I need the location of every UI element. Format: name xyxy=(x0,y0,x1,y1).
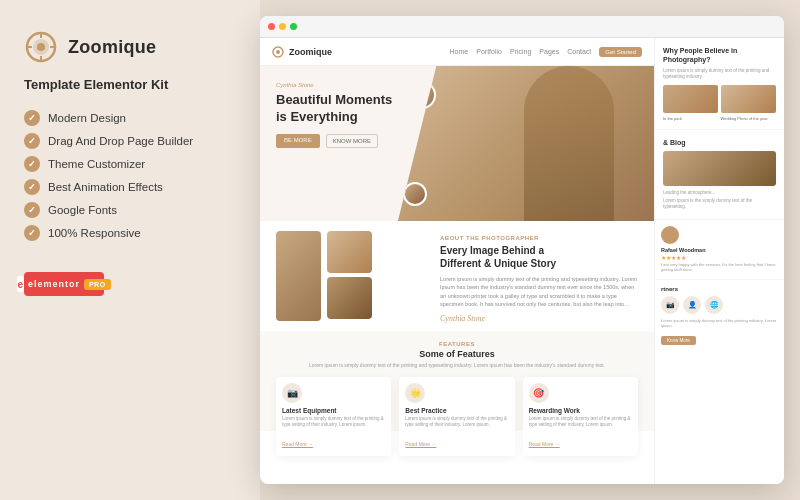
gallery-label-1: In the park xyxy=(663,116,719,121)
about-img-group xyxy=(327,231,372,321)
partner-icon-0: 📷 xyxy=(661,296,679,314)
check-icon-3 xyxy=(24,179,40,195)
pro-badge: PRO xyxy=(84,279,111,290)
feature-card-link-0[interactable]: Read More → xyxy=(282,441,313,447)
check-icon-4 xyxy=(24,202,40,218)
check-icon-0 xyxy=(24,110,40,126)
feature-card-link-2[interactable]: Read More → xyxy=(529,441,560,447)
partner-text: Lorem ipsum is simply dummy text of the … xyxy=(661,318,778,328)
feature-label-5: 100% Responsive xyxy=(48,227,141,239)
blog-section: & Blog Leading the atmosphere... Lorem i… xyxy=(655,130,784,220)
blog-img xyxy=(663,151,776,186)
brand-area: Zoomique xyxy=(24,30,236,64)
browser-dot-red xyxy=(268,23,275,30)
right-panel: Zoomique Home Portfolio Pricing Pages Co… xyxy=(260,0,800,500)
feature-item-0: Modern Design xyxy=(24,110,236,126)
hero-text-area: Cynthia Stone Beautiful Moments is Every… xyxy=(260,66,418,221)
features-label: Features xyxy=(276,341,638,347)
nav-item-home[interactable]: Home xyxy=(450,48,469,55)
partners-icons: 📷 👤 🌐 xyxy=(661,296,778,314)
testimonial-text: I am very happy with the services. It's … xyxy=(661,262,778,273)
nav-get-started[interactable]: Get Started xyxy=(599,47,642,57)
feature-label-3: Best Animation Effects xyxy=(48,181,163,193)
testimonial-avatar xyxy=(661,226,679,244)
features-desc: Lorem ipsum is simply dummy text of the … xyxy=(276,362,638,369)
svg-point-2 xyxy=(37,43,45,51)
blog-title: & Blog xyxy=(663,138,776,147)
hero-btns: BE MORE KNOW MORE xyxy=(276,134,418,148)
why-people-text: Lorem ipsum is simply dummy text of the … xyxy=(663,68,776,81)
about-body: Lorem ipsum is simply dummy text of the … xyxy=(440,275,638,308)
feature-card-desc-2: Lorem ipsum is simply dummy text of the … xyxy=(529,416,632,429)
why-img-1 xyxy=(663,85,718,113)
feature-item-5: 100% Responsive xyxy=(24,225,236,241)
elementor-logo: e elementor PRO xyxy=(24,272,104,296)
about-images xyxy=(276,231,428,321)
blog-text: Leading the atmosphere... xyxy=(663,190,776,196)
hero-btn-primary[interactable]: BE MORE xyxy=(276,134,320,148)
nav-item-contact[interactable]: Contact xyxy=(567,48,591,55)
hero-silhouette xyxy=(524,66,614,221)
testimonial-name: Rafael Woodman xyxy=(661,247,778,253)
partner-icon-1: 👤 xyxy=(683,296,701,314)
nav-item-pages[interactable]: Pages xyxy=(539,48,559,55)
nav-item-pricing[interactable]: Pricing xyxy=(510,48,531,55)
browser-window: Zoomique Home Portfolio Pricing Pages Co… xyxy=(260,16,784,484)
feature-card-1: 🌟 Best Practice Lorem ipsum is simply du… xyxy=(399,377,514,456)
partner-btn[interactable]: Know More xyxy=(661,336,696,345)
elementor-e-icon: e xyxy=(17,276,24,292)
feature-item-4: Google Fonts xyxy=(24,202,236,218)
feature-label-1: Drag And Drop Page Builder xyxy=(48,135,193,147)
feature-card-desc-1: Lorem ipsum is simply dummy text of the … xyxy=(405,416,508,429)
site-nav: Home Portfolio Pricing Pages Contact Get… xyxy=(450,47,642,57)
feature-card-0: 📷 Latest Equipment Lorem ipsum is simply… xyxy=(276,377,391,456)
why-img-2 xyxy=(721,85,776,113)
hero-section: Cynthia Stone Beautiful Moments is Every… xyxy=(260,66,654,221)
why-people-section: Why People Believe in Photography? Lorem… xyxy=(655,38,784,130)
feature-cards: 📷 Latest Equipment Lorem ipsum is simply… xyxy=(276,377,638,456)
blog-desc: Lorem ipsum is the simply dummy text of … xyxy=(663,198,776,211)
main-content: Zoomique Home Portfolio Pricing Pages Co… xyxy=(260,38,654,484)
gallery-labels: In the park Wedding Photo of the year xyxy=(663,116,776,121)
hero-image-area xyxy=(398,66,654,221)
features-section-title: Some of Features xyxy=(276,349,638,359)
check-icon-1 xyxy=(24,133,40,149)
testimonial-section: Rafael Woodman ★★★★★ I am very happy wit… xyxy=(655,220,784,280)
browser-bar xyxy=(260,16,784,38)
gallery-label-2: Wedding Photo of the year xyxy=(721,116,777,121)
feature-item-1: Drag And Drop Page Builder xyxy=(24,133,236,149)
brand-name: Zoomique xyxy=(68,37,156,58)
website-right-sidebar: Why People Believe in Photography? Lorem… xyxy=(654,38,784,484)
browser-content: Zoomique Home Portfolio Pricing Pages Co… xyxy=(260,38,784,484)
nav-item-portfolio[interactable]: Portfolio xyxy=(476,48,502,55)
partners-section: rtners 📷 👤 🌐 Lorem ipsum is simply dummy… xyxy=(655,280,784,352)
why-img-row xyxy=(663,85,776,113)
partner-icon-2: 🌐 xyxy=(705,296,723,314)
feature-card-desc-0: Lorem ipsum is simply dummy text of the … xyxy=(282,416,385,429)
feature-label-4: Google Fonts xyxy=(48,204,117,216)
feature-card-icon-2: 🎯 xyxy=(529,383,549,403)
feature-card-link-1[interactable]: Read More → xyxy=(405,441,436,447)
about-label: About The Photographer xyxy=(440,235,638,241)
about-text-area: About The Photographer Every Image Behin… xyxy=(440,231,638,321)
features-list: Modern Design Drag And Drop Page Builder… xyxy=(24,110,236,248)
browser-dot-yellow xyxy=(279,23,286,30)
feature-card-2: 🎯 Rewarding Work Lorem ipsum is simply d… xyxy=(523,377,638,456)
browser-dot-green xyxy=(290,23,297,30)
about-img-sm-bottom xyxy=(327,277,372,319)
feature-label-2: Theme Customizer xyxy=(48,158,145,170)
hero-subtitle: Cynthia Stone xyxy=(276,82,418,88)
brand-icon xyxy=(24,30,58,64)
feature-item-2: Theme Customizer xyxy=(24,156,236,172)
site-logo-area: Zoomique xyxy=(272,46,332,58)
left-panel: Zoomique Template Elementor Kit Modern D… xyxy=(0,0,260,500)
about-title: Every Image Behind a Different & Unique … xyxy=(440,244,638,270)
testimonial-stars: ★★★★★ xyxy=(661,254,778,261)
partners-title: rtners xyxy=(661,286,778,292)
hero-btn-secondary[interactable]: KNOW MORE xyxy=(326,134,378,148)
check-icon-2 xyxy=(24,156,40,172)
kit-label: Template Elementor Kit xyxy=(24,76,236,94)
feature-card-title-0: Latest Equipment xyxy=(282,407,385,414)
feature-item-3: Best Animation Effects xyxy=(24,179,236,195)
site-logo-text: Zoomique xyxy=(289,47,332,57)
